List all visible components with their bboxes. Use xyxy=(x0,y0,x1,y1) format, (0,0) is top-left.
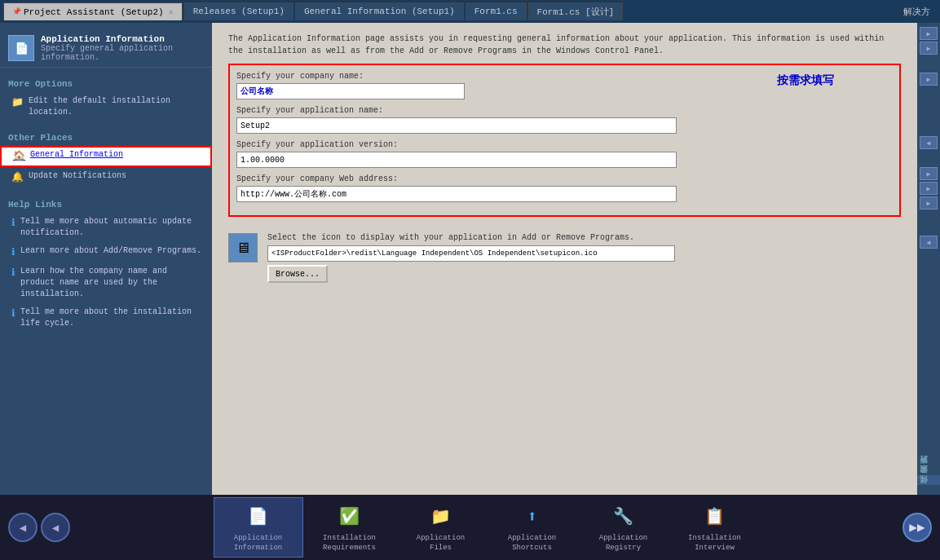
bottom-toolbar: ◀ ◀ 📄 ApplicationInformation ✅ Installat… xyxy=(0,495,940,560)
far-right-panel: ▶ ▶ ▶ ◀ ▶ ▶ ▶ ◀ 解决方 搜索装 属性 xyxy=(917,23,940,495)
other-places-section: Other Places 🏠 General Information 🔔 Upd… xyxy=(0,130,212,188)
far-right-btn-4[interactable]: ◀ xyxy=(920,136,938,149)
app-registry-icon: 🔧 xyxy=(609,501,638,531)
sidebar-header-subtitle1: Specify general application xyxy=(41,44,173,53)
app-info-bottom-icon: 📄 xyxy=(244,501,273,531)
tab-releases[interactable]: Releases (Setup1) xyxy=(184,2,293,20)
other-places-title: Other Places xyxy=(0,130,212,146)
app-files-label: ApplicationFiles xyxy=(417,534,465,553)
far-right-label-jiefang[interactable]: 解决方 xyxy=(917,465,940,475)
folder-icon: 📁 xyxy=(11,96,24,110)
more-options-section: More Options 📁 Edit the default installa… xyxy=(0,76,212,121)
icon-text-area: Select the icon to display with your app… xyxy=(267,233,901,283)
bottom-item-app-info[interactable]: 📄 ApplicationInformation xyxy=(214,497,303,557)
far-right-label-shuxing[interactable]: 属性 xyxy=(917,485,940,495)
far-right-btn-6[interactable]: ▶ xyxy=(920,182,938,195)
app-name-row: Specify your application name: xyxy=(236,106,893,134)
app-registry-label: ApplicationRegistry xyxy=(599,534,647,553)
bell-icon: 🔔 xyxy=(11,171,24,185)
icon-path-input[interactable] xyxy=(267,245,675,262)
install-req-icon: ✅ xyxy=(335,501,364,531)
sidebar-help-item-2[interactable]: ℹ Learn more about Add/Remove Programs. xyxy=(0,242,212,263)
sidebar-help-item-1[interactable]: ℹ Tell me more about automatic update no… xyxy=(0,213,212,242)
close-tab-btn[interactable]: ✕ xyxy=(169,7,174,17)
info-icon-2: ℹ xyxy=(11,246,15,260)
sidebar: 📄 Application Information Specify genera… xyxy=(0,23,212,495)
home-icon: 🏠 xyxy=(13,150,25,164)
info-icon-1: ℹ xyxy=(11,217,15,231)
info-icon-4: ℹ xyxy=(11,307,15,321)
app-version-row: Specify your application version: xyxy=(236,140,893,168)
form-border-box: Specify your company name: 按需求填写 Specify… xyxy=(228,64,901,217)
tab-form1cs-design[interactable]: Form1.cs [设计] xyxy=(528,2,624,20)
sidebar-help-item-4[interactable]: ℹ Tell me more about the installation li… xyxy=(0,303,212,333)
main-container: 📄 Application Information Specify genera… xyxy=(0,23,940,495)
app-files-icon: 📁 xyxy=(426,501,456,531)
bottom-item-app-registry[interactable]: 🔧 ApplicationRegistry xyxy=(579,498,669,556)
sidebar-item-update-notifications[interactable]: 🔔 Update Notifications xyxy=(0,167,212,188)
app-info-bottom-label: ApplicationInformation xyxy=(234,534,282,553)
sidebar-header-subtitle2: information. xyxy=(41,53,173,62)
web-address-label: Specify your company Web address: xyxy=(236,174,893,183)
title-bar: 📌 Project Assistant (Setup2) ✕ Releases … xyxy=(0,0,940,23)
install-interview-icon: 📋 xyxy=(700,501,730,531)
nav-back-button[interactable]: ◀ xyxy=(8,513,38,542)
icon-preview: 🖥 xyxy=(228,233,258,262)
bottom-item-app-files[interactable]: 📁 ApplicationFiles xyxy=(396,498,486,556)
more-options-title: More Options xyxy=(0,76,212,92)
sidebar-item-edit-location[interactable]: 📁 Edit the default installation location… xyxy=(0,92,212,121)
app-shortcuts-icon: ⬆ xyxy=(518,501,547,531)
far-right-label-sousuo[interactable]: 搜索装 xyxy=(917,475,940,485)
sidebar-header: 📄 Application Information Specify genera… xyxy=(0,29,212,68)
back-icon: ◀ xyxy=(20,521,26,535)
pin-icon: 📌 xyxy=(12,7,21,16)
far-right-btn-8[interactable]: ◀ xyxy=(920,236,938,249)
far-right-btn-2[interactable]: ▶ xyxy=(920,42,938,55)
app-name-input[interactable] xyxy=(236,117,677,134)
bottom-nav-right: ▶▶ xyxy=(902,513,932,542)
sidebar-item-general-info[interactable]: 🏠 General Information xyxy=(0,146,212,167)
content-area: The Application Information page assists… xyxy=(212,23,917,495)
tab-general-info[interactable]: General Information (Setup1) xyxy=(295,2,464,20)
icon-label: Select the icon to display with your app… xyxy=(267,233,901,242)
web-address-row: Specify your company Web address: xyxy=(236,174,893,202)
nav-next-button[interactable]: ▶▶ xyxy=(902,513,932,542)
far-right-btn-7[interactable]: ▶ xyxy=(920,196,938,209)
form-section: Specify your company name: 按需求填写 Specify… xyxy=(212,64,917,225)
app-info-icon: 📄 xyxy=(8,35,34,61)
browse-button[interactable]: Browse... xyxy=(267,265,328,283)
bottom-items: 📄 ApplicationInformation ✅ InstallationR… xyxy=(70,497,902,557)
next-icon: ▶▶ xyxy=(909,519,925,536)
tab-project-assistant[interactable]: 📌 Project Assistant (Setup2) ✕ xyxy=(3,2,183,20)
forward-icon: ◀ xyxy=(52,521,59,535)
bottom-item-install-req[interactable]: ✅ InstallationRequirements xyxy=(305,498,395,556)
tab-form1cs[interactable]: Form1.cs xyxy=(466,2,527,20)
app-version-input[interactable] xyxy=(236,152,677,168)
company-name-input[interactable] xyxy=(236,83,465,99)
far-right-top: ▶ ▶ ▶ ◀ ▶ ▶ ▶ ◀ xyxy=(920,23,938,465)
help-links-title: Help Links xyxy=(0,196,212,213)
app-shortcuts-label: ApplicationShortcuts xyxy=(508,534,556,553)
far-right-btn-3[interactable]: ▶ xyxy=(920,73,938,86)
info-icon-3: ℹ xyxy=(11,267,15,280)
bottom-item-install-interview[interactable]: 📋 InstallationInterview xyxy=(670,498,760,556)
install-interview-label: InstallationInterview xyxy=(688,534,741,553)
sidebar-header-title: Application Information xyxy=(41,34,173,44)
app-version-label: Specify your application version: xyxy=(236,140,893,149)
install-req-label: InstallationRequirements xyxy=(323,534,376,553)
title-bar-right-label: 解决方 xyxy=(903,6,937,18)
annotation-text: 按需求填写 xyxy=(777,73,834,88)
far-right-btn-5[interactable]: ▶ xyxy=(920,167,938,180)
bottom-nav-left: ◀ ◀ xyxy=(8,513,70,542)
nav-forward-button[interactable]: ◀ xyxy=(41,513,70,542)
help-links-section: Help Links ℹ Tell me more about automati… xyxy=(0,196,212,333)
app-name-label: Specify your application name: xyxy=(236,106,893,115)
web-address-input[interactable] xyxy=(236,186,677,202)
sidebar-help-item-3[interactable]: ℹ Learn how the company name and product… xyxy=(0,262,212,303)
content-description: The Application Information page assists… xyxy=(212,23,917,64)
icon-section: 🖥 Select the icon to display with your a… xyxy=(212,225,917,291)
far-right-btn-1[interactable]: ▶ xyxy=(920,27,938,40)
bottom-item-app-shortcuts[interactable]: ⬆ ApplicationShortcuts xyxy=(488,498,577,556)
